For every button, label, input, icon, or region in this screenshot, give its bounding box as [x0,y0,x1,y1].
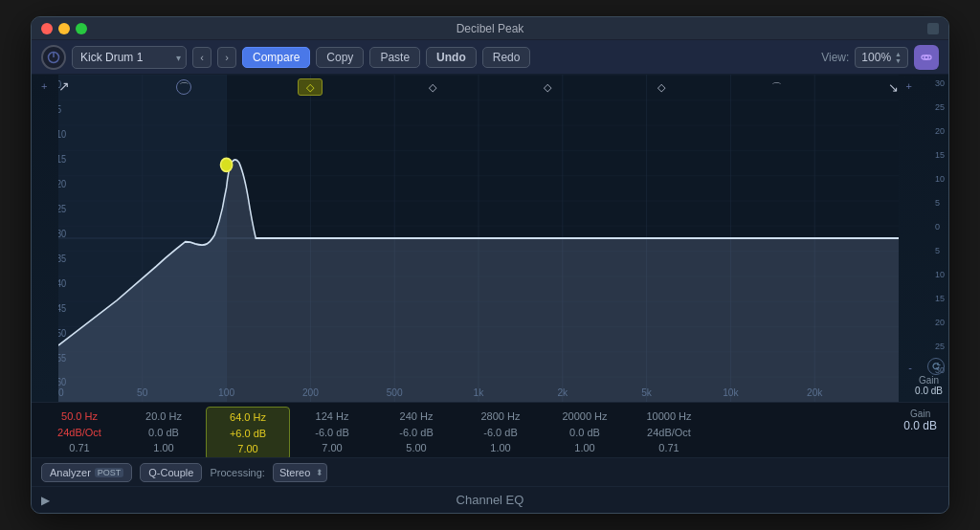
svg-text:500: 500 [387,386,403,398]
gain-label-5n: 5 [935,246,945,255]
svg-text:200: 200 [302,386,319,398]
resize-button[interactable] [927,23,939,34]
master-gain-value: 0.0 dB [915,386,943,396]
band3-gain: +6.0 dB [230,426,266,442]
link-button[interactable] [914,45,939,70]
play-button[interactable]: ▶ [41,494,50,507]
main-window: Decibel Peak Kick Drum 1 ‹ › Compare Cop… [31,16,949,514]
processing-select[interactable]: Stereo [273,463,327,482]
undo-button[interactable]: Undo [426,47,477,68]
band2-q: 1.00 [153,440,173,456]
band-info-2[interactable]: 20.0 Hz 0.0 dB 1.00 [122,407,206,458]
svg-text:50: 50 [137,386,147,398]
eq-graph[interactable]: 20 50 100 200 500 1k 2k 5k 10k 20k 0 5 1… [58,75,899,402]
band8-freq: 10000 Hz [646,409,691,425]
gain-plus-left: + [41,80,47,92]
gain-label-25n: 25 [935,342,945,351]
svg-text:40: 40 [58,277,67,289]
redo-button[interactable]: Redo [482,47,531,68]
band5-freq: 240 Hz [400,409,434,425]
gain-label-30p: 30 [935,78,945,88]
bottom-controls: Analyzer POST Q-Couple Processing: Stere… [32,457,948,486]
maximize-button[interactable] [76,23,87,34]
analyzer-button[interactable]: Analyzer POST [41,463,132,482]
svg-text:15: 15 [58,153,67,165]
app-name: Channel EQ [457,493,524,507]
view-value[interactable]: 100% ▲ ▼ [855,47,908,68]
band4-q: 7.00 [322,440,342,456]
svg-text:45: 45 [58,302,67,314]
svg-point-17 [220,158,232,171]
gain-label-text: Gain 0.0 dB [915,375,943,396]
gain-label-15n: 15 [935,294,945,303]
band-info-1[interactable]: 50.0 Hz 24dB/Oct 0.71 [37,407,122,458]
gain-label-20n: 20 [935,318,945,327]
band8-gain: 24dB/Oct [647,425,691,441]
nav-forward-button[interactable]: › [217,47,236,68]
master-gain-readout: 0.0 dB [903,419,937,432]
preset-select[interactable]: Kick Drum 1 [72,46,187,69]
processing-wrapper: Stereo [273,463,327,482]
master-gain-display: Gain 0.0 dB [898,407,943,434]
title-bar: Decibel Peak [32,17,948,40]
eq-area: ↗ ⌒ ◇ ◇ ◇ [32,75,948,486]
view-label: View: [821,51,849,64]
gain-title: Gain [910,409,930,419]
band-info-row: 50.0 Hz 24dB/Oct 0.71 20.0 Hz 0.0 dB 1.0… [32,402,948,457]
svg-text:10: 10 [58,128,67,140]
window-title: Decibel Peak [457,22,524,35]
band-info-7[interactable]: 20000 Hz 0.0 dB 1.00 [543,407,627,458]
paste-button[interactable]: Paste [369,47,420,68]
processing-label: Processing: [210,467,264,478]
preset-wrapper: Kick Drum 1 [72,46,187,69]
reset-button[interactable] [927,358,945,375]
band5-gain: -6.0 dB [399,425,433,441]
gain-labels-right: 30 25 20 15 10 5 0 5 10 15 20 25 30 [935,75,945,379]
svg-text:55: 55 [58,352,67,364]
band8-q: 0.71 [658,440,679,456]
svg-text:30: 30 [58,228,67,239]
band-info-5[interactable]: 240 Hz -6.0 dB 5.00 [374,407,458,458]
band4-gain: -6.0 dB [315,425,348,441]
traffic-lights [41,23,87,34]
band4-freq: 124 Hz [316,409,349,425]
band3-q: 7.00 [237,441,257,457]
svg-text:2k: 2k [557,386,568,398]
band6-freq: 2800 Hz [481,409,521,425]
gain-label-0: 0 [935,222,945,232]
band1-q: 0.71 [69,440,89,456]
band-info-4[interactable]: 124 Hz -6.0 dB 7.00 [290,407,374,458]
band1-freq: 50.0 Hz [61,409,98,425]
gain-label-25p: 25 [935,102,945,112]
minimize-button[interactable] [58,23,70,34]
compare-button[interactable]: Compare [242,47,310,68]
svg-text:1k: 1k [474,386,484,398]
band1-gain: 24dB/Oct [57,425,101,441]
toolbar: Kick Drum 1 ‹ › Compare Copy Paste Undo … [32,40,948,75]
copy-button[interactable]: Copy [316,47,364,68]
band-info-8[interactable]: 10000 Hz 24dB/Oct 0.71 [627,407,711,458]
view-arrows: ▲ ▼ [895,51,902,64]
gain-label-20p: 20 [935,126,945,136]
band6-gain: -6.0 dB [483,425,517,441]
power-button[interactable] [41,45,66,70]
qcouple-button[interactable]: Q-Couple [140,463,202,482]
band7-gain: 0.0 dB [569,425,600,441]
band-info-6[interactable]: 2800 Hz -6.0 dB 1.00 [458,407,543,458]
svg-text:35: 35 [58,253,67,264]
svg-text:5: 5 [58,103,62,115]
nav-back-button[interactable]: ‹ [192,47,212,68]
band-info-3[interactable]: 64.0 Hz +6.0 dB 7.00 [206,407,290,460]
svg-text:25: 25 [58,203,67,214]
band7-freq: 20000 Hz [562,409,607,425]
svg-text:0: 0 [58,79,62,91]
app-name-bar: ▶ Channel EQ [32,486,948,513]
gain-label-10n: 10 [935,270,945,279]
band3-freq: 64.0 Hz [230,409,266,426]
close-button[interactable] [41,23,53,34]
gain-label-5p: 5 [935,198,945,208]
gain-label-15p: 15 [935,150,945,160]
eq-display[interactable]: ↗ ⌒ ◇ ◇ ◇ [32,75,948,402]
svg-text:60: 60 [58,377,67,388]
svg-text:5k: 5k [641,386,652,398]
